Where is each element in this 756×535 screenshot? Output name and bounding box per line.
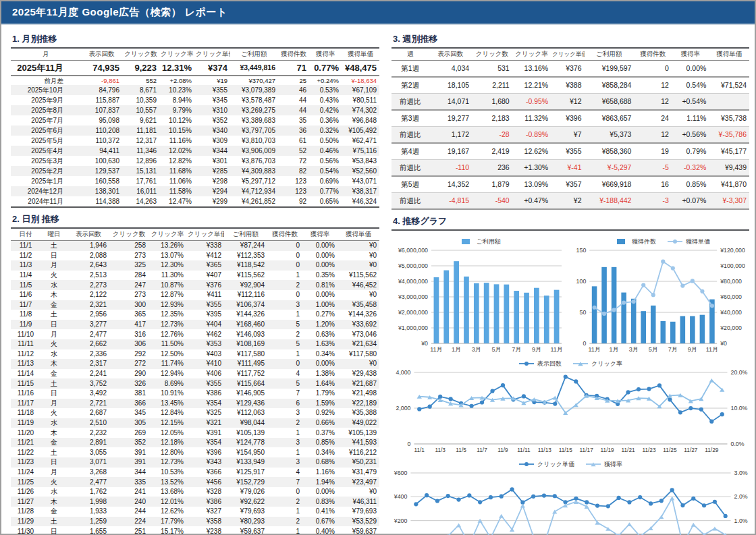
cell: -5 [634,160,671,177]
svg-text:¥1,000,000: ¥1,000,000 [398,325,428,331]
cell: -4,815 [429,193,472,210]
table-row: 2024年11月114,38814,26312.47%¥299¥4,261,85… [11,196,379,207]
cell: ¥0 [338,241,379,251]
cell: 11/8 [11,310,40,320]
cell: 0.00% [302,260,338,271]
cell: ¥3,578,487 [230,95,278,105]
column-header: クリック数 [122,49,159,61]
cell: ¥29,438 [338,369,379,379]
cell: 0.83% [302,497,338,507]
title-bar: 2025年11月度 Google広告（検索） レポート [1,1,755,25]
impressions-ctr-chart: 表示回数クリック率4,0002,000020.0%10.0%0.0%11/111… [392,358,749,454]
chart-legend: 獲得件数獲得単価 [574,236,749,247]
cell: 1 [267,349,302,360]
cell: -28 [472,127,512,144]
cell: 391 [109,457,148,468]
table-row: 11/19水2,51030512.15%¥321¥98,04420.66%¥49… [11,418,379,428]
cell: 366 [109,399,148,409]
cell: 2,891 [68,438,109,448]
cell: 1,655 [68,526,109,535]
cell: ¥125,917 [224,468,267,478]
cell: 0.67% [302,517,338,527]
cell: 3,752 [68,378,109,389]
cell: 2025年6月 [11,125,81,136]
cell: 273 [109,251,148,261]
cell: 0.00% [302,251,338,261]
svg-text:¥600: ¥600 [394,470,408,476]
cell: ¥74,302 [342,105,379,115]
cell: 2025年10月 [11,85,81,95]
table-row: 2025年11月74,9359,22312.31%¥374¥3,449,8167… [11,61,379,76]
cell: ¥146,093 [224,329,267,339]
cell: 1.64% [302,378,338,389]
cell: 2 [267,418,302,428]
cell: 0.92% [302,408,338,418]
cell: ¥23,497 [338,477,379,487]
cell: ¥338 [186,241,224,251]
cell: ¥3,449,816 [230,61,278,76]
cell: ¥310 [194,105,230,115]
cell: ¥133,949 [224,457,267,468]
cell: 前月差 [11,76,81,85]
svg-text:11/19: 11/19 [601,447,615,453]
table-row: 前週比14,0711,680-0.95%¥12¥658,68812+0.54% [392,94,749,111]
cell: 0.42% [309,105,342,115]
cell: ¥4,261,852 [230,196,278,207]
column-header: ご利用額 [224,229,267,241]
cell: 2,122 [68,290,109,300]
cell: 1 [267,271,302,281]
cell: ¥38,317 [342,186,379,196]
svg-text:9月: 9月 [688,346,697,353]
cell: ¥285 [194,166,230,176]
cell: 水 [40,487,68,497]
cpc-cvr-chart: クリック単価獲得率¥600¥400¥200¥03.0%2.0%1.0%0.0%1… [392,459,749,535]
column-header: クリック単価 [551,49,584,61]
cell: 11/15 [11,378,40,389]
cell: 326 [109,378,148,389]
cell: 11/14 [11,369,40,379]
cell: 11.74% [148,359,186,369]
cell: ¥108,169 [224,339,267,349]
cell: 2,721 [68,399,109,409]
cell: 0.00% [302,487,338,497]
column-header: 曜日 [40,229,68,241]
cell: ¥124,778 [224,438,267,448]
cell: 14,263 [122,196,159,207]
cell: ¥59,637 [338,526,379,535]
svg-text:¥0: ¥0 [421,340,428,347]
table-row: 2025年9月115,88710,3598.94%¥345¥3,578,4874… [11,95,379,105]
cell: 2 [267,517,302,527]
cell: 3,277 [68,320,109,330]
svg-text:5月: 5月 [649,346,658,353]
cell: 12.94% [148,369,186,379]
cell: 2025年5月 [11,136,81,146]
cell: 0.37% [302,428,338,438]
cell: 11/27 [11,497,40,507]
column-header: クリック数 [109,229,148,241]
header-row: 週表示回数クリック数クリック率クリック単価ご利用額獲得件数獲得率獲得単価 [392,49,749,61]
cell: ¥80,293 [224,517,267,527]
svg-text:¥200: ¥200 [394,517,408,524]
cell: 8.94% [159,95,194,105]
cell: ¥105,139 [224,428,267,438]
cell: ¥658,688 [585,94,634,111]
cell: 11,181 [122,125,159,136]
chart-plot: 4,0002,000020.0%10.0%0.0%11/111/311/511/… [392,369,749,454]
cell: 第1週 [392,61,429,78]
cell: ¥4,309,883 [230,166,278,176]
svg-text:7月: 7月 [512,346,521,353]
cell: 11.06% [159,176,194,186]
chart-legend: クリック単価獲得率 [392,459,749,470]
cell: 0.53% [309,85,342,95]
cell: 52 [278,146,309,156]
svg-text:11/23: 11/23 [642,447,656,453]
cell: 11/4 [11,271,40,281]
cell: ¥92,622 [224,497,267,507]
cell: +2.08% [159,76,194,85]
svg-text:¥100,000: ¥100,000 [720,262,745,269]
cell: ¥21,498 [338,389,379,399]
svg-text:¥120,000: ¥120,000 [720,247,745,254]
cell: +0.54% [672,94,709,111]
cell: ¥325 [186,408,224,418]
cell: 前週比 [392,127,429,144]
